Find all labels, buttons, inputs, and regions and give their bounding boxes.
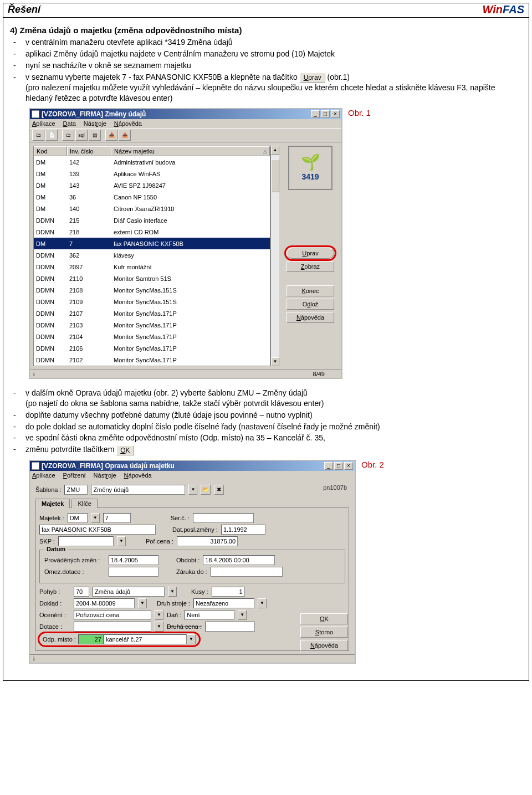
table-row[interactable]: DM140Citroen XsaraZRI1910 [34,203,270,214]
tab-klice[interactable]: Klíče [71,499,97,508]
napoveda-button[interactable]: Nápověda [287,312,334,323]
tool-button-1[interactable]: 🗂 [32,130,44,141]
majetek-name-input[interactable]: fax PANASONIC KXF50B [39,525,156,535]
ok-button[interactable]: OK [300,613,348,624]
scroll-track[interactable] [271,155,279,357]
menu-porizeni[interactable]: Pořízení [63,472,86,479]
scroll-up-button[interactable]: ▲ [271,146,279,155]
col-header-nazev[interactable]: Název majetku△ [111,146,270,156]
cell-kod: DM [34,170,67,178]
table-row[interactable]: DM7fax PANASONIC KXF50B [34,238,270,249]
dropdown-icon[interactable]: ▼ [188,485,197,495]
menu-nastroje[interactable]: Nástroje [84,120,106,127]
dan-input[interactable]: Není [185,610,234,620]
status-info-icon[interactable]: i [33,655,34,662]
table-row[interactable]: DM36Canon NP 1550 [34,191,270,203]
table-row[interactable]: DDMN2110Monitor Samtron 51S [34,273,270,284]
menu-napoveda[interactable]: Nápověda [124,472,152,479]
skp-input[interactable] [58,536,114,546]
menu-aplikace[interactable]: Aplikace [32,120,55,127]
druhacena-input[interactable] [205,622,255,632]
table-row[interactable]: DDMN2109Monitor SyncMas.151S [34,296,270,307]
menu-data[interactable]: Data [63,120,76,127]
tool-button-5[interactable]: ▤ [89,130,101,141]
col-header-inv[interactable]: Inv. číslo [67,146,111,156]
zobraz-button[interactable]: Zobraz [287,261,334,272]
pohyb-name-input[interactable]: Změna údajů [93,587,165,597]
scroll-thumb[interactable] [271,159,279,192]
table-row[interactable]: DDMN215Diář Casio interface [34,214,270,226]
odpmisto-name-input[interactable]: kancelář č.27 [104,634,187,644]
sort-indicator-icon: △ [263,148,267,154]
doklad-input[interactable]: 2004-M-80009 [74,598,135,608]
menu-nastroje[interactable]: Nástroje [94,472,116,479]
menu-aplikace[interactable]: Aplikace [32,472,55,479]
obdobi-input[interactable]: 18.4.2005 00:00 [203,555,275,565]
tool-button-6[interactable]: 📥 [105,130,117,141]
open-icon[interactable]: 📂 [201,485,211,495]
delete-icon[interactable]: ✖ [214,485,224,495]
pohyb-code-input[interactable]: 70 [74,587,89,597]
table-row[interactable]: DDMN218externí CD ROM [34,226,270,238]
table-row[interactable]: DM142Administrativní budova [34,156,270,168]
table-row[interactable]: DDMN2107Monitor SyncMas.171P [34,307,270,319]
titlebar[interactable]: [VZOROVA_FIRMA] Změny údajů _ □ × [30,109,341,119]
close-button[interactable]: × [344,462,353,470]
odloz-button[interactable]: Odlož [287,299,334,310]
dropdown-icon[interactable]: ▼ [168,587,177,597]
table-row[interactable]: DDMN2106Monitor SyncMas.171P [34,342,270,354]
oceneni-input[interactable]: Pořizovací cena [74,610,151,620]
tool-button-2[interactable]: 📄 [45,130,58,141]
dotace-input[interactable] [74,622,151,632]
napoveda-button[interactable]: Nápověda [300,640,348,651]
table-row[interactable]: DDMN2102Monitor SyncMas.171P [34,354,270,366]
sablona-code-input[interactable]: ZMU [64,485,88,495]
konec-button[interactable]: Konec [287,285,334,296]
maximize-button[interactable]: □ [321,110,330,118]
minimize-button[interactable]: _ [311,110,320,118]
majetek-inv-input[interactable]: 7 [103,513,131,523]
dropdown-icon[interactable]: ▼ [138,598,147,608]
sablona-name-input[interactable]: Změny údajů [91,485,185,495]
dropdown-icon[interactable]: ▼ [238,610,247,620]
dropdown-icon[interactable]: ▼ [155,622,163,632]
tab-majetek[interactable]: Majetek [35,499,70,508]
datposl-input[interactable]: 1.1.1992 [221,525,265,535]
col-header-kod[interactable]: Kod [34,146,67,156]
menu-napoveda[interactable]: Nápověda [114,120,142,127]
druhstroje-input[interactable]: Nezařazeno [193,598,254,608]
uprav-button[interactable]: Uprav [287,248,334,259]
omez-input[interactable] [109,567,158,577]
titlebar[interactable]: [VZOROVA_FIRMA] Oprava údajů majetku _ □… [30,461,355,471]
majetek-code-input[interactable]: DM [68,513,88,523]
tool-button-7[interactable]: 📤 [119,130,131,141]
table-row[interactable]: DM139Aplikace WinFAS [34,168,270,179]
dropdown-icon[interactable]: ▼ [117,536,126,546]
table-row[interactable]: DDMN2097Kufr montážní [34,261,270,273]
minimize-button[interactable]: _ [324,462,333,470]
table-row[interactable]: DDMN362klávesy [34,249,270,261]
status-info-icon[interactable]: i [33,371,34,377]
serc-input[interactable] [193,513,254,523]
table-row[interactable]: DDMN2104Monitor SyncMas.171P [34,331,270,342]
prov-input[interactable]: 18.4.2005 [109,555,158,565]
kusy-input[interactable]: 1 [212,587,245,597]
odpmisto-code-input[interactable]: 27 [78,634,104,644]
table-row[interactable]: DM143AVIE SPZ 1J98247 [34,179,270,191]
table-row[interactable]: DDMN2108Monitor SyncMas.151S [34,284,270,296]
cell-kod: DDMN [34,321,67,330]
dropdown-icon[interactable]: ▼ [258,598,267,608]
zaruka-input[interactable] [211,567,283,577]
dropdown-icon[interactable]: ▼ [155,610,163,620]
vertical-scrollbar[interactable]: ▲ ▼ [270,146,279,366]
close-button[interactable]: × [331,110,340,118]
storno-button[interactable]: Storno [300,627,348,638]
maximize-button[interactable]: □ [334,462,343,470]
dropdown-icon[interactable]: ▼ [187,634,196,644]
scroll-down-button[interactable]: ▼ [271,357,279,366]
table-row[interactable]: DDMN2103Monitor SyncMas.171P [34,319,270,331]
tool-button-sql[interactable]: sql [75,130,88,141]
dropdown-icon[interactable]: ▼ [91,513,100,523]
tool-button-3[interactable]: 🗂 [62,130,74,141]
porcena-input[interactable]: 31875,00 [177,536,238,546]
